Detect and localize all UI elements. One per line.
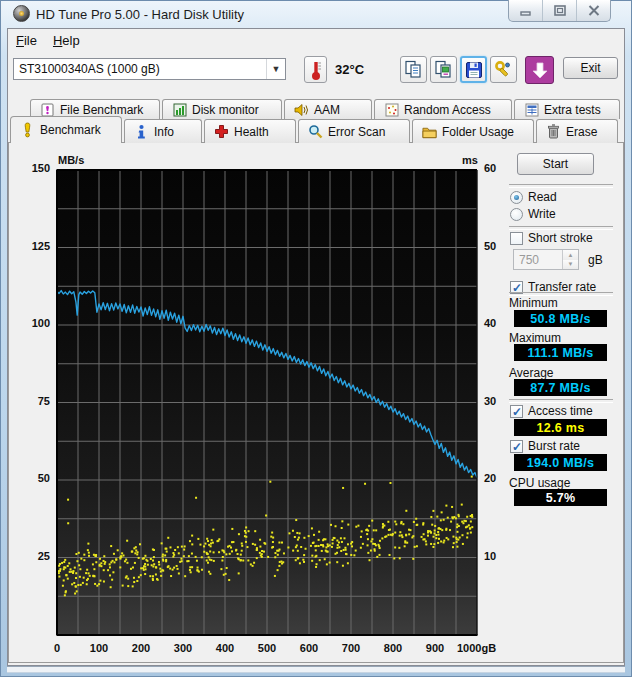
- tab-label: Disk monitor: [192, 103, 259, 117]
- tick-label: 25: [24, 550, 50, 562]
- tab-folder-usage[interactable]: Folder Usage: [412, 119, 534, 143]
- tick-label: 100: [24, 317, 50, 329]
- save-icon: [465, 61, 483, 79]
- folder-icon: [422, 124, 437, 139]
- left-axis-unit: MB/s: [58, 154, 84, 166]
- minimize-icon: [520, 6, 531, 16]
- tab-label: Erase: [566, 125, 597, 139]
- read-radio-row[interactable]: Read: [510, 190, 557, 204]
- menu-help[interactable]: Help: [45, 30, 88, 51]
- tab-health[interactable]: Health: [204, 119, 296, 143]
- benchmark-chart: [56, 169, 478, 636]
- average-value: 87.7 MB/s: [514, 379, 607, 396]
- tab-label: Folder Usage: [442, 125, 514, 139]
- read-label: Read: [528, 190, 557, 204]
- speaker-icon: [294, 102, 309, 117]
- capacity-input[interactable]: 750 ▲▼: [513, 249, 579, 270]
- separator: [509, 399, 613, 403]
- capture-button[interactable]: [525, 56, 554, 84]
- drive-select-value: ST31000340AS (1000 gB): [14, 62, 266, 76]
- tick-label: 1000gB: [457, 642, 497, 654]
- menu-file[interactable]: File: [8, 30, 45, 51]
- separator: [509, 226, 613, 230]
- tab-label: File Benchmark: [60, 103, 143, 117]
- tab-aam[interactable]: AAM: [284, 99, 372, 119]
- tab-label: Extra tests: [544, 103, 601, 117]
- random-access-icon: [384, 102, 399, 117]
- arrow-down-icon: [532, 62, 548, 79]
- access-time-row[interactable]: Access time: [510, 404, 593, 418]
- exit-label: Exit: [580, 61, 600, 75]
- stepper-down-icon[interactable]: ▼: [563, 260, 578, 270]
- tick-label: 30: [484, 395, 496, 407]
- burst-rate-value: 194.0 MB/s: [514, 454, 607, 471]
- status-bar: [7, 666, 625, 673]
- read-radio[interactable]: [510, 191, 523, 204]
- tab-label: Health: [234, 125, 269, 139]
- tick-label: 500: [247, 642, 287, 654]
- short-stroke-checkbox[interactable]: [510, 232, 523, 245]
- close-button[interactable]: [576, 0, 610, 21]
- write-radio-row[interactable]: Write: [510, 207, 556, 221]
- burst-rate-checkbox[interactable]: [510, 440, 523, 453]
- trash-icon: [546, 124, 561, 139]
- tab-disk-monitor[interactable]: Disk monitor: [162, 99, 282, 119]
- copy-screenshot-button[interactable]: [430, 56, 457, 83]
- drive-select[interactable]: ST31000340AS (1000 gB) ▼: [13, 58, 286, 80]
- app-icon: [13, 5, 30, 22]
- close-icon: [588, 5, 600, 16]
- tick-label: 200: [121, 642, 161, 654]
- tick-label: 20: [484, 472, 496, 484]
- tab-strip-front-row: Benchmark Info Health Error Scan Folder …: [10, 118, 618, 143]
- stepper-up-icon[interactable]: ▲: [563, 250, 578, 260]
- burst-rate-label: Burst rate: [528, 439, 580, 453]
- save-button[interactable]: [460, 56, 487, 83]
- tab-label: Error Scan: [328, 125, 385, 139]
- exit-button[interactable]: Exit: [563, 57, 618, 79]
- access-time-label: Access time: [528, 404, 593, 418]
- tab-error-scan[interactable]: Error Scan: [298, 119, 410, 143]
- cpu-usage-label: CPU usage: [509, 476, 570, 490]
- health-cross-icon: [214, 124, 229, 139]
- window-controls: [508, 0, 611, 22]
- maximum-value: 111.1 MB/s: [514, 344, 607, 361]
- extra-tests-icon: [524, 102, 539, 117]
- start-button[interactable]: Start: [517, 153, 594, 175]
- short-stroke-capacity: 750 ▲▼ gB: [513, 249, 603, 270]
- chevron-down-icon: ▼: [266, 59, 285, 79]
- minimum-value: 50.8 MB/s: [514, 310, 607, 327]
- tab-benchmark[interactable]: Benchmark: [10, 116, 122, 143]
- temperature-button[interactable]: [304, 56, 327, 83]
- access-time-checkbox[interactable]: [510, 405, 523, 418]
- burst-rate-row[interactable]: Burst rate: [510, 439, 580, 453]
- options-button[interactable]: [490, 56, 517, 83]
- disk-monitor-icon: [172, 102, 187, 117]
- tick-label: 900: [415, 642, 455, 654]
- tick-label: 600: [289, 642, 329, 654]
- copy-image-icon: [434, 60, 453, 79]
- tick-label: 10: [484, 550, 496, 562]
- access-time-value: 12.6 ms: [514, 419, 607, 436]
- tab-random-access[interactable]: Random Access: [374, 99, 512, 119]
- magnifier-icon: [308, 124, 323, 139]
- tab-label: Random Access: [404, 103, 491, 117]
- tick-label: 125: [24, 240, 50, 252]
- tab-erase[interactable]: Erase: [536, 119, 618, 143]
- short-stroke-row[interactable]: Short stroke: [510, 231, 593, 245]
- write-radio[interactable]: [510, 208, 523, 221]
- copy-button[interactable]: [400, 56, 427, 83]
- copy-icon: [404, 60, 423, 79]
- start-label: Start: [543, 157, 568, 171]
- tick-label: 300: [163, 642, 203, 654]
- minimum-label: Minimum: [509, 296, 558, 310]
- title-bar[interactable]: HD Tune Pro 5.00 - Hard Disk Utility: [0, 0, 632, 28]
- tab-extra-tests[interactable]: Extra tests: [514, 99, 620, 119]
- write-label: Write: [528, 207, 556, 221]
- benchmark-icon: [20, 123, 35, 138]
- cpu-usage-value: 5.7%: [514, 489, 607, 506]
- tab-info[interactable]: Info: [124, 119, 202, 143]
- capacity-value: 750: [514, 250, 562, 269]
- minimize-button[interactable]: [509, 0, 542, 21]
- maximize-button[interactable]: [542, 0, 576, 21]
- capacity-stepper[interactable]: ▲▼: [562, 250, 578, 269]
